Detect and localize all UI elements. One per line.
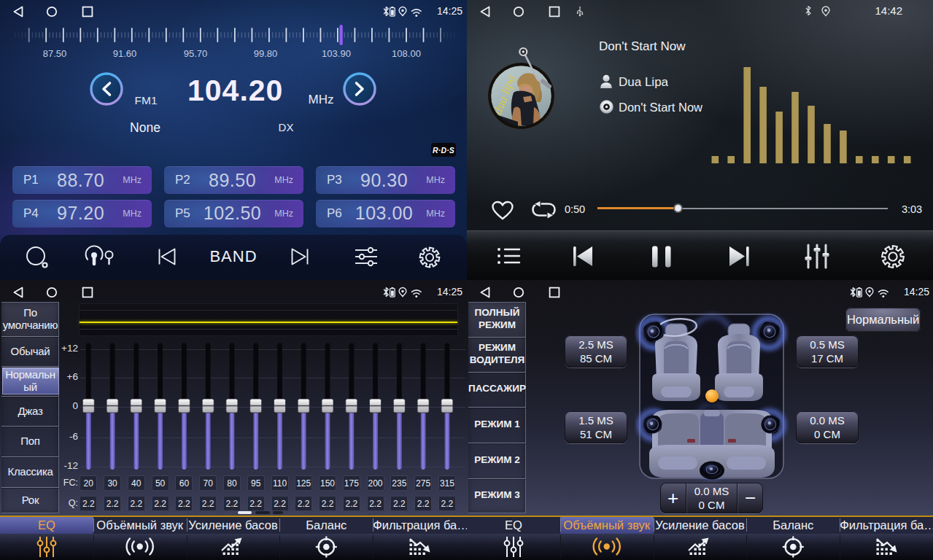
svg-text:BAND: BAND <box>209 247 257 265</box>
